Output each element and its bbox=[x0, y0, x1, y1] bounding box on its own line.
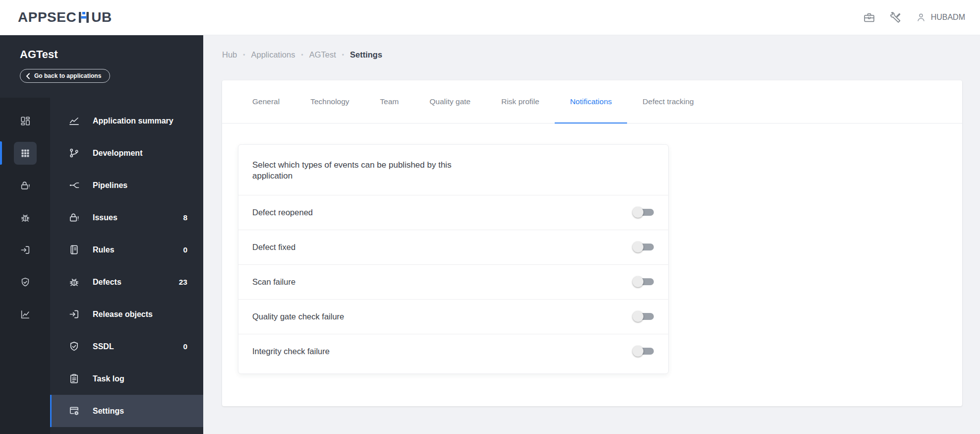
bug-icon bbox=[68, 276, 80, 288]
tab-team[interactable]: Team bbox=[365, 80, 414, 124]
lock-alert-icon bbox=[14, 174, 37, 197]
rail-item-metrics[interactable] bbox=[0, 298, 50, 330]
notifications-panel: Select which types of events can be publ… bbox=[238, 144, 669, 374]
tab-defect-tracking[interactable]: Defect tracking bbox=[627, 80, 709, 124]
switch-thumb bbox=[633, 276, 643, 287]
toggle-label-defect-reopened: Defect reopened bbox=[252, 208, 313, 217]
sidebar-item-label: Rules bbox=[93, 246, 115, 254]
user-icon bbox=[916, 12, 926, 23]
sidebar-menu: Application summary Development bbox=[50, 98, 203, 434]
application-name: AGTest bbox=[20, 48, 203, 61]
toggle-label-scan-failure: Scan failure bbox=[252, 277, 295, 287]
toggle-label-defect-fixed: Defect fixed bbox=[252, 243, 295, 252]
sidebar-item-ssdl[interactable]: SSDL 0 bbox=[50, 330, 203, 363]
sidebar-item-count: 23 bbox=[179, 278, 187, 287]
sidebar-item-development[interactable]: Development bbox=[50, 137, 203, 169]
switch-thumb bbox=[633, 311, 643, 322]
icon-rail bbox=[0, 98, 50, 434]
clipboard-icon bbox=[68, 373, 80, 385]
toggle-row: Scan failure bbox=[238, 264, 668, 299]
metrics-icon bbox=[14, 303, 37, 326]
sidebar-item-count: 8 bbox=[183, 213, 187, 222]
sidebar-item-label: Settings bbox=[93, 407, 124, 416]
user-menu[interactable]: HUBADM bbox=[916, 12, 965, 23]
toggle-integrity-check-failure[interactable] bbox=[633, 346, 654, 357]
panel-bottom-spacer bbox=[238, 369, 668, 373]
pipeline-icon bbox=[68, 180, 80, 191]
panel-description: Select which types of events can be publ… bbox=[238, 145, 476, 195]
sidebar-item-task-log[interactable]: Task log bbox=[50, 363, 203, 395]
journal-icon bbox=[68, 244, 80, 256]
top-bar: APPSEC UB bbox=[0, 0, 980, 35]
shield-check-icon bbox=[68, 341, 80, 353]
sidebar: AGTest Go back to applications bbox=[0, 35, 203, 434]
toggle-defect-fixed[interactable] bbox=[633, 242, 654, 252]
go-back-button[interactable]: Go back to applications bbox=[20, 69, 110, 83]
sidebar-item-count: 0 bbox=[183, 342, 187, 351]
sidebar-item-rules[interactable]: Rules 0 bbox=[50, 234, 203, 266]
sidebar-item-label: Pipelines bbox=[93, 181, 127, 190]
tab-general[interactable]: General bbox=[237, 80, 295, 124]
sidebar-item-release-objects[interactable]: Release objects bbox=[50, 298, 203, 330]
rail-item-issues[interactable] bbox=[0, 169, 50, 201]
toggle-scan-failure[interactable] bbox=[633, 276, 654, 287]
window-gear-icon bbox=[68, 405, 80, 417]
tools-icon[interactable] bbox=[889, 11, 902, 24]
toggle-row: Integrity check failure bbox=[238, 334, 668, 369]
sidebar-item-label: Development bbox=[93, 149, 142, 158]
breadcrumb-separator: • bbox=[301, 52, 303, 59]
topbar-actions: HUBADM bbox=[863, 11, 965, 24]
logo-h-icon bbox=[77, 10, 90, 24]
rail-item-dashboard[interactable] bbox=[0, 105, 50, 137]
settings-card: General Technology Team Quality gate Ris… bbox=[222, 80, 962, 406]
toggle-row: Defect reopened bbox=[238, 195, 668, 230]
breadcrumb-separator: • bbox=[342, 52, 344, 59]
sidebar-item-count: 0 bbox=[183, 246, 187, 254]
dashboard-icon bbox=[14, 110, 37, 132]
sidebar-item-pipelines[interactable]: Pipelines bbox=[50, 169, 203, 201]
toggle-row: Defect fixed bbox=[238, 230, 668, 264]
tab-quality-gate[interactable]: Quality gate bbox=[414, 80, 486, 124]
breadcrumb: Hub • Applications • AGTest • Settings bbox=[222, 50, 962, 60]
sidebar-item-label: Defects bbox=[93, 278, 121, 287]
chevron-left-icon bbox=[26, 73, 30, 79]
tab-notifications[interactable]: Notifications bbox=[555, 80, 627, 124]
tab-risk-profile[interactable]: Risk profile bbox=[486, 80, 555, 124]
switch-thumb bbox=[633, 242, 643, 252]
tab-technology[interactable]: Technology bbox=[295, 80, 364, 124]
branch-icon bbox=[68, 147, 80, 159]
release-icon bbox=[14, 239, 37, 261]
breadcrumb-applications[interactable]: Applications bbox=[251, 50, 295, 60]
main-content: Hub • Applications • AGTest • Settings G… bbox=[203, 35, 980, 434]
sidebar-item-label: Issues bbox=[93, 213, 117, 222]
sidebar-item-label: Release objects bbox=[93, 310, 153, 319]
export-icon bbox=[68, 309, 80, 320]
sidebar-item-label: Application summary bbox=[93, 117, 173, 125]
rail-item-applications[interactable] bbox=[0, 137, 50, 169]
applications-icon bbox=[14, 142, 37, 165]
logo-text-right: UB bbox=[91, 9, 112, 25]
toolbox-icon[interactable] bbox=[863, 11, 875, 24]
sidebar-item-label: SSDL bbox=[93, 342, 114, 351]
switch-thumb bbox=[633, 346, 643, 357]
sidebar-item-defects[interactable]: Defects 23 bbox=[50, 266, 203, 298]
rail-item-ssdl[interactable] bbox=[0, 266, 50, 298]
rail-item-release-objects[interactable] bbox=[0, 234, 50, 266]
breadcrumb-agtest[interactable]: AGTest bbox=[309, 50, 336, 60]
breadcrumb-hub[interactable]: Hub bbox=[222, 50, 237, 60]
sidebar-header: AGTest Go back to applications bbox=[0, 35, 203, 98]
shield-icon bbox=[14, 271, 37, 294]
toggle-row: Quality gate check failure bbox=[238, 299, 668, 334]
breadcrumb-separator: • bbox=[243, 52, 245, 59]
app-logo[interactable]: APPSEC UB bbox=[18, 9, 112, 25]
sidebar-item-issues[interactable]: Issues 8 bbox=[50, 201, 203, 234]
logo-text-left: APPSEC bbox=[18, 9, 76, 25]
toggle-defect-reopened[interactable] bbox=[633, 207, 654, 218]
go-back-label: Go back to applications bbox=[34, 72, 101, 79]
toggle-quality-gate-check-failure[interactable] bbox=[633, 311, 654, 322]
rail-item-defects[interactable] bbox=[0, 201, 50, 234]
sidebar-item-label: Task log bbox=[93, 374, 124, 383]
lock-alert-icon bbox=[68, 212, 80, 224]
sidebar-item-settings[interactable]: Settings bbox=[50, 395, 203, 427]
sidebar-item-application-summary[interactable]: Application summary bbox=[50, 105, 203, 137]
